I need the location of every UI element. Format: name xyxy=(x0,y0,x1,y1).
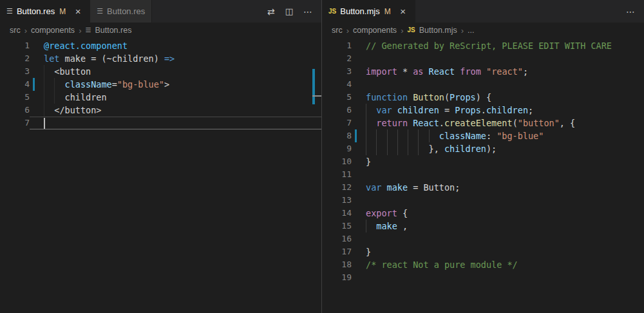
code-token: children xyxy=(65,92,107,102)
code-line[interactable]: 15make , xyxy=(322,220,644,232)
gutter-spacer xyxy=(354,91,361,104)
breadcrumb-item-file[interactable]: Button.mjs xyxy=(419,26,457,35)
overview-ruler-left[interactable] xyxy=(312,38,321,313)
breadcrumb-item-file[interactable]: Button.res xyxy=(95,26,131,35)
code-text: make , xyxy=(361,220,408,232)
code-line[interactable]: 6</button> xyxy=(0,104,321,117)
line-number[interactable]: 2 xyxy=(322,52,352,65)
line-number[interactable]: 12 xyxy=(322,181,352,194)
line-number[interactable]: 6 xyxy=(322,104,352,117)
code-line[interactable]: 7 xyxy=(0,117,321,129)
line-number[interactable]: 7 xyxy=(0,117,30,129)
line-number[interactable]: 3 xyxy=(322,65,352,78)
code-line[interactable]: 2 xyxy=(322,52,644,65)
code-line-body: <button xyxy=(30,65,321,78)
line-number[interactable]: 17 xyxy=(322,245,352,258)
code-line[interactable]: 6var children = Props.children; xyxy=(322,104,644,117)
indent-guide xyxy=(387,129,397,142)
tab-button-res[interactable]: ☰ Button.res M × xyxy=(0,0,90,23)
gutter-spacer xyxy=(354,117,361,129)
breadcrumb-item-src[interactable]: src xyxy=(10,26,21,35)
gutter-spacer xyxy=(32,39,39,52)
code-line[interactable]: 17} xyxy=(322,245,644,258)
code-line[interactable]: 18/* react Not a pure module */ xyxy=(322,258,644,271)
code-text: className: "bg-blue" xyxy=(361,129,544,142)
more-actions-icon[interactable]: ⋯ xyxy=(303,6,312,17)
code-line[interactable]: 7return React.createElement("button", { xyxy=(322,117,644,129)
line-number[interactable]: 5 xyxy=(322,91,352,104)
line-number[interactable]: 4 xyxy=(322,78,352,91)
breadcrumb-item-src[interactable]: src xyxy=(332,26,343,35)
code-line[interactable]: 16 xyxy=(322,232,644,245)
split-editor-icon[interactable]: ◫ xyxy=(285,6,293,16)
line-number[interactable]: 10 xyxy=(322,155,352,168)
code-token: className xyxy=(439,131,486,141)
code-line[interactable]: 12var make = Button; xyxy=(322,181,644,194)
tab-button-mjs[interactable]: JS Button.mjs M × xyxy=(322,0,415,23)
code-line[interactable]: 9}, children); xyxy=(322,142,644,155)
gutter-spacer xyxy=(354,104,361,117)
code-line[interactable]: 3<button xyxy=(0,65,321,78)
breadcrumb-item-components[interactable]: components xyxy=(31,26,75,35)
code-line[interactable]: 4 xyxy=(322,78,644,91)
code-line[interactable]: 1@react.component xyxy=(0,39,321,52)
tab-label: Button.res xyxy=(17,6,55,16)
line-number[interactable]: 8 xyxy=(322,129,352,142)
code-line[interactable]: 14export { xyxy=(322,207,644,220)
line-number[interactable]: 6 xyxy=(0,104,30,117)
tab-button-res-secondary[interactable]: ☰ Button.res xyxy=(90,0,152,23)
code-line[interactable]: 5function Button(Props) { xyxy=(322,91,644,104)
code-text: } xyxy=(361,245,371,258)
open-changes-icon[interactable]: ⇄ xyxy=(267,6,275,17)
line-number[interactable]: 2 xyxy=(0,52,30,65)
code-token: let xyxy=(44,53,59,64)
indent-guide xyxy=(366,129,376,142)
line-number[interactable]: 7 xyxy=(322,117,352,129)
code-line[interactable]: 19 xyxy=(322,271,644,284)
line-number[interactable]: 4 xyxy=(0,78,30,91)
code-line[interactable]: 5children xyxy=(0,91,321,104)
chevron-right-icon: › xyxy=(461,26,464,35)
line-number[interactable]: 1 xyxy=(322,39,352,52)
indent-guide xyxy=(397,142,408,155)
line-number[interactable]: 1 xyxy=(0,39,30,52)
more-actions-icon[interactable]: ⋯ xyxy=(626,6,635,17)
indent-guide xyxy=(408,129,418,142)
code-line[interactable]: 8className: "bg-blue" xyxy=(322,129,644,142)
code-line[interactable]: 11 xyxy=(322,168,644,181)
line-number[interactable]: 5 xyxy=(0,91,30,104)
code-line[interactable]: 10} xyxy=(322,155,644,168)
code-line-body xyxy=(352,232,644,245)
code-line[interactable]: 2let make = (~children) => xyxy=(0,52,321,65)
line-number[interactable]: 16 xyxy=(322,232,352,245)
line-number[interactable]: 3 xyxy=(0,65,30,78)
indent-guide xyxy=(418,129,428,142)
gutter-spacer xyxy=(354,78,361,91)
code-line[interactable]: 1// Generated by ReScript, PLEASE EDIT W… xyxy=(322,39,644,52)
breadcrumb-item-components[interactable]: components xyxy=(353,26,397,35)
line-number[interactable]: 18 xyxy=(322,258,352,271)
line-number[interactable]: 19 xyxy=(322,271,352,284)
code-token: make = (~children) xyxy=(59,53,164,64)
code-token: . xyxy=(481,105,486,115)
code-line[interactable]: 13 xyxy=(322,194,644,207)
line-number[interactable]: 14 xyxy=(322,207,352,220)
code-text xyxy=(361,52,366,65)
code-line[interactable]: 3import * as React from "react"; xyxy=(322,65,644,78)
code-token: React xyxy=(429,66,455,77)
code-editor-right[interactable]: 1// Generated by ReScript, PLEASE EDIT W… xyxy=(322,38,644,313)
line-number[interactable]: 15 xyxy=(322,220,352,232)
tab-label: Button.res xyxy=(107,6,145,16)
close-icon[interactable]: × xyxy=(73,6,83,17)
code-line-body: export { xyxy=(352,207,644,220)
line-number[interactable]: 11 xyxy=(322,168,352,181)
line-number[interactable]: 9 xyxy=(322,142,352,155)
code-token: export xyxy=(366,208,397,218)
close-icon[interactable]: × xyxy=(398,6,408,17)
code-line[interactable]: 4className="bg-blue"> xyxy=(0,78,321,91)
breadcrumb-item-symbol[interactable]: ... xyxy=(468,26,474,35)
code-token: ) { xyxy=(476,92,491,102)
code-editor-left[interactable]: 1@react.component2let make = (~children)… xyxy=(0,38,321,313)
gutter-spacer xyxy=(354,232,361,245)
line-number[interactable]: 13 xyxy=(322,194,352,207)
